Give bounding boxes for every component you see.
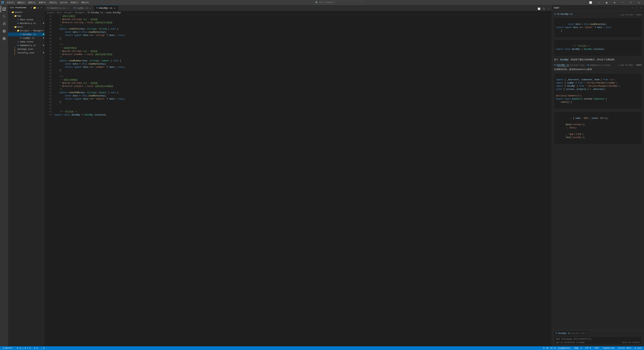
search-icon: 🔍 [316, 1, 318, 4]
refresh-btn[interactable]: ↺ [37, 6, 40, 9]
new-chat-btn[interactable]: + [631, 6, 634, 9]
chat-apply-btn-2[interactable]: ↑ Apply [634, 64, 642, 66]
menu-goto[interactable]: 转到(G) [48, 1, 58, 4]
file-tab-datamgr[interactable]: DataMgr.ts [557, 64, 569, 66]
spaces-btn[interactable]: 空格: 4 [574, 346, 582, 350]
sidebar-item-assets[interactable]: ▾ 📁 assets [8, 10, 45, 14]
tab-close-gameentry[interactable]: ✕ [67, 7, 70, 9]
minimize-btn[interactable]: ─ [619, 0, 626, 5]
image-btn[interactable]: ⊞ image [577, 341, 584, 344]
tab-close-datamgr[interactable]: ✕ [113, 7, 116, 9]
file-tab-gameentry[interactable]: GameEntry.ts [590, 64, 604, 66]
cursor-btn[interactable]: Cursor Auto [618, 346, 632, 350]
search-activity-icon[interactable] [1, 13, 8, 20]
code-line: return typeof data === 'object' ? data :… [54, 97, 552, 100]
sidebar-item-core[interactable]: ▾ 📁 Core [8, 25, 45, 29]
chat-copy-btn[interactable]: ⧉ Copy [626, 14, 633, 16]
new-folder-btn[interactable]: 📁 [33, 6, 36, 9]
sidebar-item-game-scene[interactable]: ◈ Game.scene [8, 40, 45, 43]
tab-gameentry[interactable]: TS GameEntry.ts ✕ [45, 5, 72, 11]
breadcrumb-datamgr[interactable]: TS DataMgr.ts [88, 11, 103, 14]
code-line: public readJSON(key: string): object | n… [54, 91, 552, 94]
breadcrumb-core[interactable]: Core [57, 11, 62, 14]
sync-btn[interactable]: ⟳ 0 △ 0 ▽ 0 [16, 346, 31, 350]
menu-edit[interactable]: 编辑(E) [16, 1, 26, 4]
menu-select[interactable]: 选择(S) [27, 1, 37, 4]
sidebar-item-main-scene[interactable]: ◈ Main.scene [8, 18, 45, 21]
chat-copy-btn-2[interactable]: ⧉ Copy [626, 64, 633, 66]
chat-apply-btn[interactable]: ↑ Apply [634, 14, 642, 16]
tab-logmgr[interactable]: TS LogMgr.ts ✕ [72, 5, 94, 11]
breadcrumb-managers[interactable]: Managers [75, 11, 85, 14]
chat-input-box[interactable]: Ask followup (Ctrl+Shift+Y) gpt-4o @ Men… [554, 336, 642, 345]
code-line: * @param {string} key - 数据键 [54, 18, 552, 21]
mention-btn[interactable]: @ Mention [565, 342, 575, 344]
remove-file-tag-btn[interactable]: ✕ [586, 332, 587, 335]
json-icon: { } [14, 51, 17, 54]
layout2-icon[interactable]: ⬛ [595, 0, 602, 5]
model-label[interactable]: gpt-4o [556, 342, 563, 344]
split-editor-btn[interactable]: ⬜ [537, 7, 541, 11]
close-btn[interactable]: ✕ [635, 0, 643, 5]
sidebar-item-label: Scripts › Managers [20, 29, 45, 32]
search-bar[interactable]: 🔍 c2d_framework [313, 1, 364, 4]
language-btn[interactable]: TypeScript [602, 346, 616, 350]
tab-close-logmgr[interactable]: ✕ [90, 7, 92, 9]
expand-chat-btn[interactable]: ⤢ [635, 6, 638, 9]
layout3-icon[interactable]: ▣ [603, 0, 610, 5]
chat-ref-btn[interactable]: ⊞ chat [634, 346, 643, 350]
warnings-btn[interactable]: ⚠ 0 [40, 346, 45, 350]
errors-btn[interactable]: ⊗ 0 [33, 346, 38, 350]
code-editor[interactable]: 34 35 36 37 38 39 40 41 42 43 44 45 46 4… [45, 14, 552, 346]
git-branch-btn[interactable]: ⎇ master* [1, 346, 14, 350]
settings-icon[interactable]: ⚙ [611, 0, 618, 5]
sidebar-item-logmgr[interactable]: TS LogMgr.ts U [8, 36, 45, 40]
breadcrumb-scripts[interactable]: Scripts [64, 11, 72, 14]
sidebar-item-scripts-managers[interactable]: ▾ 📁 Scripts › Managers [8, 29, 45, 32]
layout-icon[interactable]: ⬜ [587, 0, 594, 5]
menu-run[interactable]: 运行(R) [59, 1, 69, 4]
explorer-icon[interactable] [1, 6, 8, 12]
sidebar-item-label: Main.scene [20, 18, 45, 21]
encoding-btn[interactable]: UTF-8 [584, 346, 592, 350]
toggle-panel-btn[interactable]: ⬛ [542, 7, 546, 11]
menu-file[interactable]: 文件(F) [5, 1, 16, 4]
sidebar: C2D FRAMEWORK + 📁 ↺ ≡ ▾ 📁 assets ▾ 📁 A [8, 5, 45, 346]
chat-ask-btn-2[interactable]: ✦ Ask [618, 64, 624, 66]
position-btn[interactable]: 行 65，列 41 (已选择1544) [542, 346, 572, 350]
app-icon [1, 1, 4, 4]
sidebar-item-gameentry[interactable]: TS GameEntry.ts U [8, 43, 45, 47]
git-icon[interactable] [1, 20, 8, 27]
sidebar-item-package-json[interactable]: { } package.json [8, 47, 45, 51]
new-file-btn[interactable]: + [30, 6, 33, 9]
breadcrumb-class[interactable]: class DataMgr [106, 11, 122, 14]
code-line: /** 导出实例 */ [54, 110, 552, 113]
sync-label: ⟳ 0 △ 0 ▽ 0 [17, 347, 30, 350]
sidebar-item-app[interactable]: ▾ 📁 App [8, 14, 45, 18]
chat-input-placeholder: Ask followup (Ctrl+Shift+Y) [556, 338, 640, 340]
close-chat-btn[interactable]: × [640, 6, 642, 9]
main-container: C2D FRAMEWORK + 📁 ↺ ≡ ▾ 📁 assets ▾ 📁 A [0, 5, 644, 346]
menu-view[interactable]: 查看(V) [38, 1, 48, 4]
extensions-icon[interactable] [1, 35, 8, 42]
ts-icon: TS [555, 333, 557, 334]
sidebar-item-main-entry[interactable]: TS MainEntry.ts U [8, 21, 45, 25]
modified-badge: U [43, 22, 44, 24]
tab-label: DataMgr.ts [99, 7, 112, 9]
chat-input-footer: gpt-4o @ Mention ⊞ image alt+↵ no contex… [556, 341, 640, 344]
sidebar-item-datamgr[interactable]: TS DataMgr.ts [8, 32, 45, 36]
tab-datamgr[interactable]: TS DataMgr.ts ✕ [94, 5, 118, 11]
sidebar-item-label: Game.scene [20, 40, 45, 43]
collapse-btn[interactable]: ≡ [40, 6, 43, 9]
debug-icon[interactable] [1, 28, 8, 34]
code-line: return typeof data === 'string' ? data :… [54, 34, 552, 37]
chat-ask-btn[interactable]: ✦ Ask [619, 14, 625, 16]
maximize-btn[interactable]: □ [627, 0, 634, 5]
code-line: * @returns {number | null} 读取到的数字数据 [54, 53, 552, 56]
more-actions-btn[interactable]: ⋯ [546, 7, 550, 11]
line-ending-btn[interactable]: CRLF [594, 346, 600, 350]
menu-help[interactable]: 帮助(H) [80, 1, 90, 4]
menu-terminal[interactable]: 终端(T) [70, 1, 80, 4]
sidebar-item-tsconfig[interactable]: { } tsconfig.json U [8, 51, 45, 55]
breadcrumb-assets[interactable]: assets [47, 11, 54, 14]
